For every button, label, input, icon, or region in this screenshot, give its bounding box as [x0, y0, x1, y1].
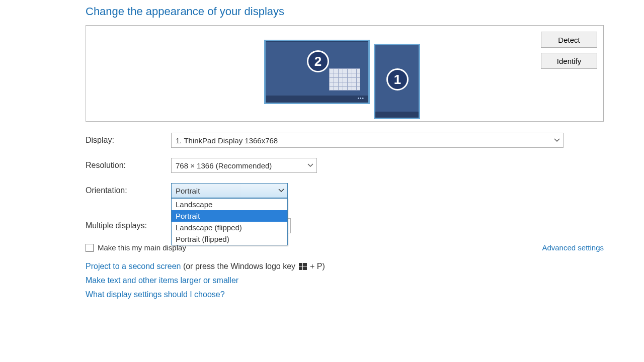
display-label: Display:	[86, 136, 171, 145]
monitor-number-badge: 1	[386, 68, 409, 90]
project-hint-text-b: + P)	[308, 262, 325, 270]
monitor-1[interactable]: 1	[374, 44, 420, 119]
display-help-link[interactable]: What display settings should I choose?	[86, 290, 225, 299]
chevron-down-icon	[550, 137, 560, 143]
orientation-option[interactable]: Portrait	[172, 210, 287, 222]
display-arrangement-area[interactable]: 2 ••• 1 Detect Identify	[86, 25, 604, 122]
resolution-label: Resolution:	[86, 161, 171, 170]
project-hint-text-a: (or press the Windows logo key	[181, 262, 297, 270]
tray-dots-icon: •••	[357, 96, 364, 101]
windows-logo-icon	[299, 263, 307, 270]
advanced-settings-link[interactable]: Advanced settings	[542, 243, 604, 252]
orientation-option[interactable]: Portrait (flipped)	[172, 233, 287, 245]
orientation-select-value: Portrait	[176, 187, 200, 195]
monitor-number-badge: 2	[307, 50, 329, 72]
text-size-link[interactable]: Make text and other items larger or smal…	[86, 276, 238, 285]
orientation-option[interactable]: Landscape (flipped)	[172, 222, 287, 233]
calendar-grid-icon	[329, 68, 360, 90]
project-second-screen-link[interactable]: Project to a second screen	[86, 262, 181, 270]
monitor-taskbar	[375, 112, 419, 118]
orientation-option[interactable]: Landscape	[172, 199, 287, 210]
resolution-select-value: 768 × 1366 (Recommended)	[176, 161, 272, 170]
checkbox-box-icon	[86, 244, 94, 252]
page-title: Change the appearance of your displays	[86, 5, 604, 18]
detect-button[interactable]: Detect	[541, 32, 597, 48]
display-select-value: 1. ThinkPad Display 1366x768	[176, 136, 278, 145]
orientation-label: Orientation:	[86, 186, 171, 195]
display-select[interactable]: 1. ThinkPad Display 1366x768	[171, 133, 564, 148]
resolution-select[interactable]: 768 × 1366 (Recommended)	[171, 158, 317, 173]
orientation-dropdown[interactable]: LandscapePortraitLandscape (flipped)Port…	[171, 198, 288, 245]
multiple-displays-label: Multiple displays:	[86, 221, 171, 230]
orientation-select[interactable]: Portrait	[171, 183, 288, 198]
monitor-taskbar	[266, 96, 368, 103]
identify-button[interactable]: Identify	[541, 53, 597, 69]
chevron-down-icon	[304, 162, 313, 168]
monitor-2[interactable]: 2 •••	[264, 40, 370, 104]
chevron-down-icon	[275, 188, 284, 194]
